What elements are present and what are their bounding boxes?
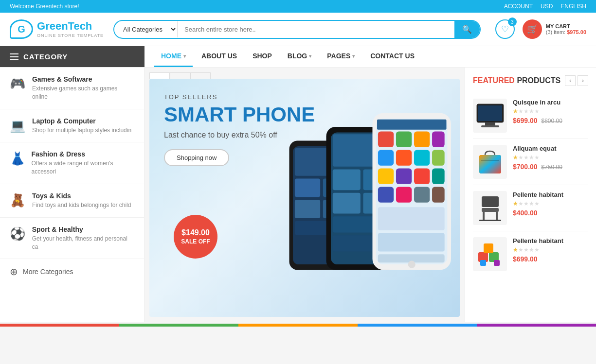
sidebar-item-laptop[interactable]: 💻 Laptop & Computer Shop for multiple la… [0,109,144,143]
svg-rect-22 [414,132,430,147]
featured-word: FEATURED [473,76,515,85]
bottom-bars [0,324,596,327]
sidebar-text-fashion: Fashion & Dress Offers a wide range of w… [31,150,134,176]
brand-sub: ONLINE STORE TEMPLATE [37,33,104,38]
product-name-3: Pellente habitant [513,191,563,198]
orig-price-2: $750.00 [542,164,562,171]
svg-rect-49 [482,208,499,212]
cart-price: $975.00 [567,29,586,35]
cart-text: MY CART (3) item: $975.00 [546,23,586,35]
laptop-icon: 💻 [10,118,25,133]
bar-orange [238,324,358,327]
featured-next-button[interactable]: › [578,75,588,86]
product-image-computer [474,100,506,132]
nav-item-pages[interactable]: PAGES ▾ [320,46,361,67]
search-button[interactable]: 🔍 [454,21,480,38]
toys-title: Toys & Kids [32,192,131,200]
main-nav: HOME ▾ ABOUT US SHOP BLOG ▾ PAGES ▾ CONT… [144,46,596,67]
nav-item-contact[interactable]: CONTACT US [363,46,421,67]
currency-menu[interactable]: USD [541,3,553,10]
nav-item-home[interactable]: HOME ▾ [154,46,193,67]
price-2: $700.00 [513,163,538,171]
nav-item-blog[interactable]: BLOG ▾ [281,46,318,67]
sidebar-text-sport: Sport & Healthy Get your health, fitness… [32,225,134,251]
product-item-4[interactable]: Pellente habitant ★★★★★ $699.00 [473,231,588,277]
cart-button[interactable]: 🛒 MY CART (3) item: $975.00 [523,19,586,39]
svg-rect-50 [483,212,485,221]
svg-rect-46 [479,155,501,173]
header: G GreenTech ONLINE STORE TEMPLATE All Ca… [0,13,596,46]
svg-rect-23 [432,132,445,147]
product-image-bag [474,146,506,178]
category-label: CATEGORY [23,52,68,61]
banner-tab-1[interactable] [149,72,170,79]
product-item-1[interactable]: Quisque in arcu ★★★★★ $699.00 $800.00 [473,93,588,139]
bar-red [0,324,119,327]
product-thumb-3 [473,191,507,225]
svg-rect-34 [414,187,430,203]
product-item-2[interactable]: Aliquam equat ★★★★★ $700.00 $750.00 [473,139,588,185]
fashion-icon: 👗 [10,151,24,166]
phones-area [285,103,460,317]
svg-rect-48 [482,196,499,207]
logo[interactable]: G GreenTech ONLINE STORE TEMPLATE [10,19,104,39]
logo-icon: G [10,19,33,39]
svg-rect-36 [378,207,445,230]
sidebar-item-toys[interactable]: 🧸 Toys & Kids Find toys and kids belongi… [0,184,144,218]
price-1: $699.00 [513,117,538,124]
banner-shop-button[interactable]: Shopping now [164,149,229,166]
hamburger-icon [10,53,18,60]
svg-rect-35 [432,187,445,203]
more-icon: ⊕ [10,266,18,277]
nav-item-shop[interactable]: SHOP [246,46,279,67]
fashion-desc: Offers a wide range of women's accessori [31,159,134,176]
product-name-4: Pellente habitant [513,237,563,244]
wishlist-button[interactable]: ♡ 3 [495,19,515,39]
bar-blue [358,324,477,327]
svg-rect-27 [432,150,445,166]
svg-rect-24 [378,150,394,166]
svg-rect-51 [496,212,498,221]
sport-desc: Get your health, fitness and personal ca [32,235,134,251]
category-select[interactable]: All Categories [114,21,178,37]
svg-rect-21 [396,132,412,147]
featured-prev-button[interactable]: ‹ [565,75,576,86]
stars-3: ★★★★★ [513,200,563,207]
search-area: All Categories 🔍 [113,20,481,39]
sidebar-item-fashion[interactable]: 👗 Fashion & Dress Offers a wide range of… [0,142,144,184]
right-panel: FEATURED PRODUCTS ‹ › Quisque in arcu [465,68,596,322]
product-thumb-2 [473,145,507,179]
search-input[interactable] [178,22,454,37]
laptop-title: Laptop & Computer [32,117,131,125]
product-thumb-1 [473,99,507,133]
more-label: More Categories [23,268,73,276]
banner-tab-3[interactable] [190,72,211,79]
games-desc: Extensive games such as games online [32,85,134,101]
svg-rect-3 [295,178,320,197]
svg-rect-26 [414,150,430,166]
svg-rect-5 [295,200,320,218]
svg-rect-20 [378,132,394,147]
welcome-text: Welcome Greentech store! [10,3,79,10]
product-thumb-4 [473,237,507,271]
sidebar-item-sport[interactable]: ⚽ Sport & Healthy Get your health, fitne… [0,218,144,260]
product-name-1: Quisque in arcu [513,99,562,106]
stars-1: ★★★★★ [513,108,562,115]
nav-item-about[interactable]: ABOUT US [195,46,244,67]
banner-tab-2[interactable] [170,72,190,79]
category-header[interactable]: CATEGORY [0,46,144,67]
product-item-3[interactable]: Pellente habitant ★★★★★ $400.00 [473,185,588,231]
phones-svg [285,98,460,317]
more-categories[interactable]: ⊕ More Categories [0,259,144,284]
product-info-4: Pellente habitant ★★★★★ $699.00 [513,237,563,271]
svg-rect-43 [485,122,495,125]
featured-label: PRODUCTS [517,76,560,85]
svg-rect-47 [481,160,499,161]
svg-rect-42 [474,105,477,107]
language-menu[interactable]: ENGLISH [560,3,586,10]
wishlist-badge: 3 [508,17,517,26]
toys-desc: Find toys and kids belongings for child [32,201,131,209]
svg-rect-44 [481,125,499,127]
account-menu[interactable]: ACCOUNT [504,3,533,10]
sidebar-item-games[interactable]: 🎮 Games & Software Extensive games such … [0,68,144,109]
